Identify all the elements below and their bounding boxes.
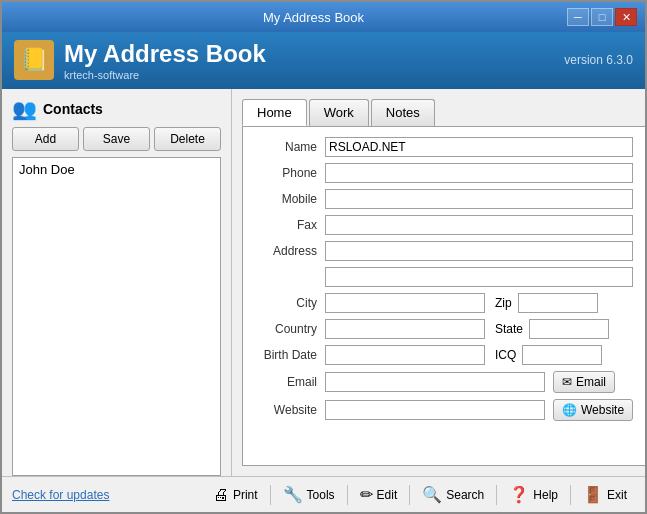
contacts-list[interactable]: John Doe [12, 157, 221, 476]
name-row: Name [255, 137, 633, 157]
toolbar-sep-3 [409, 485, 410, 505]
add-button[interactable]: Add [12, 127, 79, 151]
search-icon: 🔍 [422, 485, 442, 504]
toolbar: 🖨 Print 🔧 Tools ✏ Edit 🔍 Search ❓ Help [205, 480, 635, 510]
address-row2 [255, 267, 633, 287]
help-button[interactable]: ❓ Help [501, 480, 566, 510]
edit-icon: ✏ [360, 485, 373, 504]
mobile-label: Mobile [255, 192, 325, 206]
toolbar-sep-5 [570, 485, 571, 505]
exit-button[interactable]: 🚪 Exit [575, 480, 635, 510]
globe-icon: 🌐 [562, 403, 577, 417]
website-input[interactable] [325, 400, 545, 420]
app-title: My Address Book [64, 40, 266, 69]
website-label: Website [255, 403, 325, 417]
address-input-2[interactable] [325, 267, 633, 287]
tab-notes[interactable]: Notes [371, 99, 435, 126]
icq-label: ICQ [495, 348, 516, 362]
main-area: Home Work Notes Name Phone Mobile [232, 89, 645, 476]
phone-input[interactable] [325, 163, 633, 183]
contacts-label: Contacts [43, 101, 103, 117]
address-label: Address [255, 244, 325, 258]
exit-icon: 🚪 [583, 485, 603, 504]
content-area: 👥 Contacts Add Save Delete John Doe Home… [2, 89, 645, 476]
toolbar-sep-2 [347, 485, 348, 505]
icq-input[interactable] [522, 345, 602, 365]
main-window: My Address Book ─ □ ✕ 📒 My Address Book … [0, 0, 647, 514]
maximize-button[interactable]: □ [591, 8, 613, 26]
edit-button[interactable]: ✏ Edit [352, 480, 406, 510]
contacts-icon: 👥 [12, 97, 37, 121]
tab-content-home: Name Phone Mobile Fax [242, 126, 645, 466]
website-button[interactable]: 🌐 Website [553, 399, 633, 421]
tools-icon: 🔧 [283, 485, 303, 504]
header-text: My Address Book krtech-software [64, 40, 266, 81]
minimize-button[interactable]: ─ [567, 8, 589, 26]
contacts-header: 👥 Contacts [2, 89, 231, 127]
tools-button[interactable]: 🔧 Tools [275, 480, 343, 510]
name-label: Name [255, 140, 325, 154]
contact-item[interactable]: John Doe [13, 158, 220, 181]
app-subtitle: krtech-software [64, 69, 266, 81]
address-row1: Address [255, 241, 633, 261]
status-bar: Check for updates 🖨 Print 🔧 Tools ✏ Edit… [2, 476, 645, 512]
fax-row: Fax [255, 215, 633, 235]
city-zip-row: City Zip [255, 293, 633, 313]
fax-input[interactable] [325, 215, 633, 235]
state-input[interactable] [529, 319, 609, 339]
email-button[interactable]: ✉ Email [553, 371, 615, 393]
birth-input[interactable] [325, 345, 485, 365]
contacts-buttons: Add Save Delete [2, 127, 231, 157]
tab-home[interactable]: Home [242, 99, 307, 126]
state-label: State [495, 322, 523, 336]
birth-icq-row: Birth Date ICQ [255, 345, 633, 365]
window-title: My Address Book [60, 10, 567, 25]
print-button[interactable]: 🖨 Print [205, 480, 266, 510]
app-icon: 📒 [14, 40, 54, 80]
phone-row: Phone [255, 163, 633, 183]
zip-input[interactable] [518, 293, 598, 313]
city-input[interactable] [325, 293, 485, 313]
close-button[interactable]: ✕ [615, 8, 637, 26]
check-updates-link[interactable]: Check for updates [12, 488, 205, 502]
print-icon: 🖨 [213, 486, 229, 504]
mobile-input[interactable] [325, 189, 633, 209]
email-input[interactable] [325, 372, 545, 392]
search-button[interactable]: 🔍 Search [414, 480, 492, 510]
tab-work[interactable]: Work [309, 99, 369, 126]
zip-label: Zip [495, 296, 512, 310]
country-state-row: Country State [255, 319, 633, 339]
tabs: Home Work Notes [242, 99, 645, 126]
mobile-row: Mobile [255, 189, 633, 209]
country-label: Country [255, 322, 325, 336]
app-version: version 6.3.0 [564, 53, 633, 67]
title-bar: My Address Book ─ □ ✕ [2, 2, 645, 32]
delete-button[interactable]: Delete [154, 127, 221, 151]
email-row: Email ✉ Email [255, 371, 633, 393]
save-button[interactable]: Save [83, 127, 150, 151]
city-label: City [255, 296, 325, 310]
header-left: 📒 My Address Book krtech-software [14, 40, 266, 81]
address-input-1[interactable] [325, 241, 633, 261]
fax-label: Fax [255, 218, 325, 232]
toolbar-sep-4 [496, 485, 497, 505]
app-header: 📒 My Address Book krtech-software versio… [2, 32, 645, 89]
email-label: Email [255, 375, 325, 389]
birth-label: Birth Date [255, 348, 325, 362]
phone-label: Phone [255, 166, 325, 180]
sidebar: 👥 Contacts Add Save Delete John Doe [2, 89, 232, 476]
email-icon: ✉ [562, 375, 572, 389]
help-icon: ❓ [509, 485, 529, 504]
name-input[interactable] [325, 137, 633, 157]
window-controls: ─ □ ✕ [567, 8, 637, 26]
country-input[interactable] [325, 319, 485, 339]
toolbar-sep-1 [270, 485, 271, 505]
website-row: Website 🌐 Website [255, 399, 633, 421]
